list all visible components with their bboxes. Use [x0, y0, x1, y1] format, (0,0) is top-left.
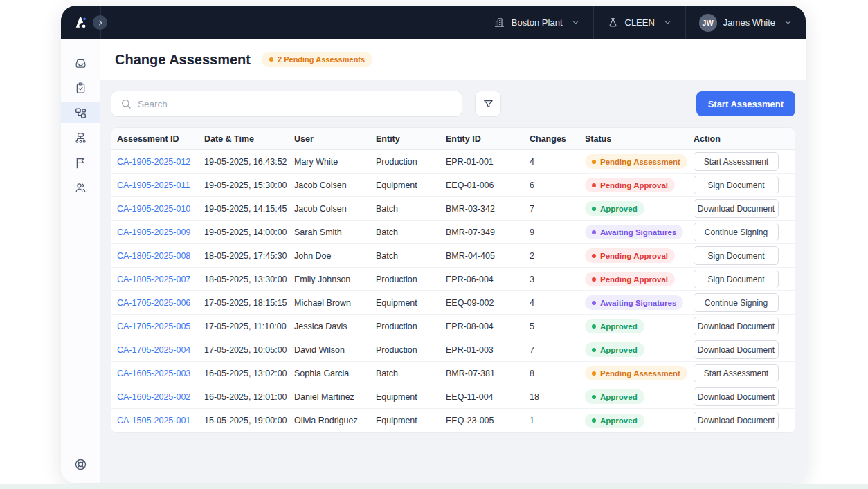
status-dot-icon	[592, 371, 596, 376]
sidebar-item-flag[interactable]	[61, 152, 100, 173]
cell-entity: Equipment	[376, 181, 446, 190]
row-action-button[interactable]: Start Assessment	[694, 152, 779, 171]
cell-datetime: 19-05-2025, 15:30:00	[204, 181, 294, 190]
cell-entity: Batch	[376, 204, 446, 214]
sidebar-item-hierarchy[interactable]	[61, 127, 100, 148]
cell-changes: 18	[530, 392, 585, 402]
row-action-button[interactable]: Sign Document	[694, 270, 779, 288]
status-dot-icon	[592, 348, 596, 352]
cell-changes: 8	[530, 369, 585, 378]
assessment-id-link[interactable]: CA-1705-2025-005	[117, 322, 190, 331]
status-badge: Approved	[585, 414, 644, 428]
assessment-id-link[interactable]: CA-1705-2025-006	[117, 298, 190, 308]
cell-entity: Batch	[376, 228, 446, 237]
assessment-id-link[interactable]: CA-1705-2025-004	[117, 345, 190, 355]
assessment-id-link[interactable]: CA-1605-2025-003	[117, 369, 190, 378]
status-dot-icon	[592, 183, 596, 187]
cell-datetime: 16-05-2025, 12:01:00	[204, 392, 294, 402]
cell-entity: Production	[376, 157, 446, 167]
row-action-button[interactable]: Download Document	[694, 199, 779, 218]
cell-user: Sarah Smith	[294, 228, 376, 237]
cell-entity-id: EEQ-01-006	[446, 181, 530, 190]
filter-button[interactable]	[475, 91, 501, 117]
assessment-id-link[interactable]: CA-1905-2025-009	[117, 228, 190, 237]
row-action-button[interactable]: Download Document	[694, 387, 779, 406]
table-row: CA-1905-2025-009 19-05-2025, 14:00:00 Sa…	[111, 221, 795, 244]
product-selector[interactable]: CLEEN	[593, 6, 685, 39]
row-action-button[interactable]: Download Document	[694, 412, 779, 430]
cell-changes: 3	[530, 275, 585, 284]
cell-datetime: 19-05-2025, 14:00:00	[204, 228, 294, 237]
cell-entity: Equipment	[376, 298, 446, 308]
cell-datetime: 17-05-2025, 10:05:00	[204, 345, 294, 355]
assessment-id-link[interactable]: CA-1905-2025-012	[117, 157, 190, 167]
status-label: Pending Assessment	[600, 158, 680, 166]
cell-user: David Wilson	[294, 345, 376, 355]
assessment-id-link[interactable]: CA-1905-2025-011	[117, 181, 190, 190]
cell-user: Jessica Davis	[294, 322, 376, 331]
sidebar-item-help[interactable]	[61, 445, 100, 483]
assessment-id-link[interactable]: CA-1805-2025-007	[117, 275, 190, 284]
row-action-button[interactable]: Continue Signing	[694, 223, 779, 241]
column-header-entity-id: Entity ID	[446, 134, 530, 144]
sidebar-item-change-assessment[interactable]	[61, 102, 100, 123]
cell-entity: Batch	[376, 369, 446, 378]
page-title: Change Assessment	[115, 52, 251, 68]
assessment-id-link[interactable]: CA-1505-2025-001	[117, 416, 190, 425]
search-input[interactable]	[138, 99, 453, 109]
cell-entity-id: BMR-07-381	[446, 369, 530, 378]
row-action-button[interactable]: Sign Document	[694, 246, 779, 265]
sidebar-item-inbox[interactable]	[61, 53, 100, 73]
cell-datetime: 19-05-2025, 16:43:52	[204, 157, 294, 167]
status-badge: Approved	[585, 389, 644, 404]
row-action-button[interactable]: Start Assessment	[694, 364, 779, 382]
assessment-id-link[interactable]: CA-1605-2025-002	[117, 392, 190, 402]
row-action-button[interactable]: Download Document	[694, 317, 779, 335]
cell-entity-id: EPR-06-004	[446, 275, 530, 284]
cell-user: Jacob Colsen	[294, 204, 376, 214]
cell-changes: 6	[530, 181, 585, 190]
table-header-row: Assessment ID Date & Time User Entity En…	[111, 128, 795, 150]
sidebar-item-users[interactable]	[61, 177, 100, 198]
status-badge: Pending Approval	[585, 178, 675, 192]
cell-entity-id: EEQ-11-004	[446, 392, 530, 402]
chevron-down-icon	[663, 18, 672, 27]
chevron-down-icon	[571, 18, 580, 27]
status-badge: Awaiting Signatures	[585, 225, 683, 239]
row-action-button[interactable]: Sign Document	[694, 176, 779, 194]
table-row: CA-1805-2025-007 18-05-2025, 13:30:00 Em…	[111, 268, 795, 291]
content-area: Start Assessment Assessment ID Date & Ti…	[100, 80, 806, 483]
table-row: CA-1805-2025-008 18-05-2025, 17:45:30 Jo…	[111, 244, 795, 268]
cell-entity-id: EPR-01-001	[446, 157, 530, 167]
cell-datetime: 18-05-2025, 13:30:00	[204, 275, 294, 284]
row-action-button[interactable]: Download Document	[694, 340, 779, 359]
plant-selector[interactable]: Boston Plant	[480, 6, 593, 39]
users-icon	[74, 181, 87, 194]
badge-dot-icon	[269, 57, 273, 62]
flask-icon	[607, 17, 619, 28]
assessment-id-link[interactable]: CA-1905-2025-010	[117, 204, 190, 214]
workflow-icon	[74, 107, 87, 120]
start-assessment-button[interactable]: Start Assessment	[696, 91, 795, 116]
status-dot-icon	[592, 254, 596, 258]
table-row: CA-1705-2025-004 17-05-2025, 10:05:00 Da…	[111, 338, 795, 362]
table-row: CA-1905-2025-012 19-05-2025, 16:43:52 Ma…	[111, 150, 795, 174]
status-badge: Pending Approval	[585, 248, 675, 263]
row-action-button[interactable]: Continue Signing	[694, 293, 779, 312]
status-dot-icon	[592, 207, 596, 211]
sidebar-item-tasks[interactable]	[61, 77, 100, 98]
user-menu[interactable]: JW James White	[685, 6, 806, 39]
sidebar-collapse-button[interactable]	[93, 15, 107, 30]
app-window: Boston Plant CLEEN JW	[61, 6, 806, 483]
cell-user: Jacob Colsen	[294, 181, 376, 190]
cell-user: Olivia Rodriguez	[294, 416, 376, 425]
cell-datetime: 16-05-2025, 13:02:00	[204, 369, 294, 378]
chevron-down-icon	[784, 18, 793, 27]
assessment-id-link[interactable]: CA-1805-2025-008	[117, 251, 190, 261]
cell-entity-id: BMR-07-349	[446, 228, 530, 237]
building-icon	[494, 17, 505, 28]
cell-changes: 4	[530, 157, 585, 167]
table-row: CA-1905-2025-010 19-05-2025, 14:15:45 Ja…	[111, 197, 795, 221]
status-dot-icon	[592, 301, 596, 305]
clipboard-check-icon	[74, 82, 87, 95]
